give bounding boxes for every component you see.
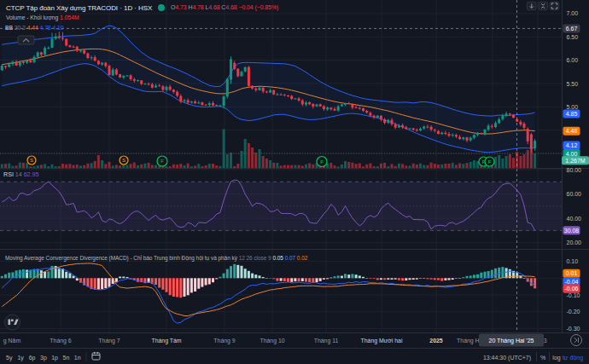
svg-text:0.01: 0.01 [566,270,578,276]
svg-text:-0.20: -0.20 [567,309,580,315]
svg-text:80.00: 80.00 [567,167,582,173]
svg-text:-0.06: -0.06 [565,286,579,292]
svg-text:-0.04: -0.04 [565,279,579,285]
svg-text:BB 20 2 4.44 4.78 4.10: BB 20 2 4.44 4.78 4.10 [5,25,64,31]
svg-text:2025: 2025 [429,338,442,344]
svg-text:4.00: 4.00 [566,151,578,157]
svg-text:5y: 5y [6,355,13,361]
svg-text:Volume - Khối lượng 1.054M: Volume - Khối lượng 1.054M [6,14,79,21]
svg-text:4.85: 4.85 [566,111,578,117]
svg-text:F: F [320,159,324,165]
svg-text:Tháng 6: Tháng 6 [50,338,71,344]
svg-text:S: S [122,158,125,163]
svg-text:Moving Average Convergence Div: Moving Average Convergence Divergence (M… [5,255,308,262]
svg-text:Tháng Tám: Tháng Tám [151,338,181,344]
svg-text:4.48: 4.48 [566,128,578,134]
svg-text:0.10: 0.10 [567,258,579,264]
svg-text:1n: 1n [74,355,81,361]
svg-text:7.00: 7.00 [567,10,579,16]
svg-text:Tháng 7: Tháng 7 [98,338,120,344]
svg-text:20.00: 20.00 [567,240,582,246]
svg-text:4.12: 4.12 [566,142,578,148]
svg-text:30.08: 30.08 [564,228,580,234]
svg-text:40.00: 40.00 [567,216,582,222]
svg-text:Tháng 11: Tháng 11 [314,338,339,344]
svg-text:6.50: 6.50 [567,34,579,40]
svg-text:1.267M: 1.267M [565,158,586,164]
svg-text:1y: 1y [17,355,24,361]
svg-text:13:44:30 (UTC+7): 13:44:30 (UTC+7) [483,355,531,361]
svg-text:6.00: 6.00 [567,57,579,63]
svg-text:6p: 6p [29,355,36,361]
svg-text:Tháng 9: Tháng 9 [213,338,235,344]
svg-text:log: log [552,355,560,361]
svg-text:%: % [540,355,545,361]
svg-text:S: S [30,158,33,163]
svg-text:F: F [488,159,492,165]
svg-text:5.00: 5.00 [567,104,579,110]
svg-text:5.50: 5.50 [567,81,579,87]
svg-text:g Năm: g Năm [3,338,21,344]
svg-text:20 Tháng Hai '25: 20 Tháng Hai '25 [489,338,534,344]
svg-text:1p: 1p [51,355,58,361]
svg-text:RSI 14 62.95: RSI 14 62.95 [3,170,38,178]
svg-text:tự động: tự động [563,355,583,361]
svg-text:3p: 3p [40,355,47,361]
svg-text:Tháng 10: Tháng 10 [260,338,284,344]
svg-text:Tháng Mười hai: Tháng Mười hai [361,338,403,344]
svg-text:F: F [160,159,164,164]
svg-text:6.67: 6.67 [566,26,578,32]
svg-text:O4.73 H4.78 L4.68 C4.68 −0.04: O4.73 H4.78 L4.68 C4.68 −0.04 (−0.85%) [171,4,278,11]
svg-text:-0.30: -0.30 [567,326,580,332]
svg-text:60.00: 60.00 [567,191,582,197]
svg-text:CTCP Tập đoàn Xây dựng TRACODI: CTCP Tập đoàn Xây dựng TRACODI · 1D · HS… [6,4,153,12]
svg-text:5n: 5n [63,355,70,361]
